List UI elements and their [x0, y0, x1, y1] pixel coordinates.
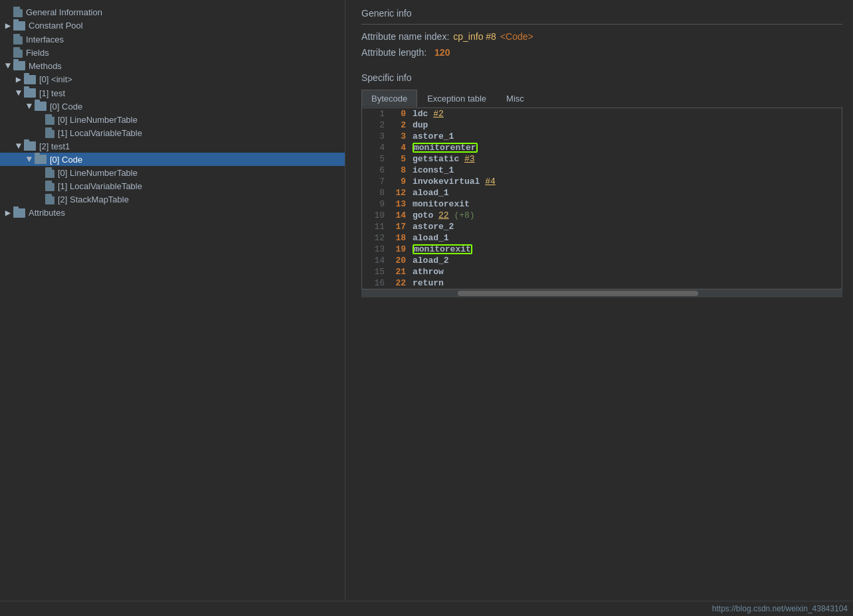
- byte-offset: 4: [391, 143, 406, 153]
- line-number: 2: [366, 120, 385, 130]
- instr-container: astore_2: [413, 222, 454, 232]
- byte-offset: 20: [391, 256, 406, 266]
- instr-container: aload_1: [413, 233, 449, 243]
- tree-item-interfaces[interactable]: Interfaces: [0, 33, 345, 46]
- byte-offset: 5: [391, 154, 406, 164]
- tree-label: Attributes: [29, 208, 65, 218]
- tree-arrow: ▼: [24, 101, 35, 112]
- tree-item-methods-test1-code-localvariable[interactable]: [1] LocalVariableTable: [0, 179, 345, 193]
- code-row: 1014goto 22 (+8): [362, 210, 842, 221]
- instr-container: return: [413, 278, 444, 288]
- tree-item-methods-test-code[interactable]: ▼[0] Code: [0, 100, 345, 113]
- tree-label: [2] test1: [39, 141, 70, 151]
- line-number: 3: [366, 131, 385, 141]
- code-row: 1218aload_1: [362, 232, 842, 244]
- tree-label: [1] LocalVariableTable: [58, 128, 142, 138]
- code-row: 33astore_1: [362, 131, 842, 142]
- attribute-name-label: Attribute name index:: [361, 31, 449, 42]
- line-number: 1: [366, 109, 385, 119]
- code-row: 79invokevirtual #4: [362, 176, 842, 187]
- code-row: 1117astore_2: [362, 221, 842, 232]
- tree-item-methods-test1[interactable]: ▼[2] test1: [0, 139, 345, 153]
- tree-item-methods-test-code-localvariable[interactable]: [1] LocalVariableTable: [0, 126, 345, 139]
- tree-arrow: ▼: [3, 60, 13, 71]
- instruction: return: [413, 278, 444, 288]
- instr-comment: (+8): [454, 210, 474, 220]
- folder-icon: [13, 208, 25, 218]
- attribute-name-link[interactable]: cp_info #8: [453, 31, 496, 42]
- file-icon: [13, 7, 23, 17]
- tree-item-constant-pool[interactable]: ▶Constant Pool: [0, 19, 345, 33]
- tree-label: [0] LineNumberTable: [58, 168, 138, 178]
- code-container[interactable]: 10ldc #2 22dup33astore_144monitorenter55…: [361, 108, 842, 289]
- byte-offset: 3: [391, 131, 406, 141]
- code-row: 1521athrow: [362, 266, 842, 277]
- code-row: 1622return: [362, 277, 842, 289]
- tree-item-methods-test[interactable]: ▼[1] test: [0, 86, 345, 100]
- file-icon: [45, 167, 54, 178]
- line-number: 16: [366, 278, 385, 288]
- specific-section: Specific info BytecodeException tableMis…: [361, 72, 842, 297]
- tab-exception-table[interactable]: Exception table: [417, 90, 496, 108]
- line-number: 9: [366, 199, 385, 209]
- instruction: monitorexit: [413, 199, 470, 209]
- file-icon: [13, 34, 23, 44]
- file-icon: [45, 127, 54, 138]
- tree-item-methods-init[interactable]: ▶[0] <init>: [0, 72, 345, 86]
- tree-item-methods-test1-code-linenumber[interactable]: [0] LineNumberTable: [0, 166, 345, 179]
- instruction: goto: [413, 210, 433, 220]
- tree-arrow: ▶: [3, 20, 13, 31]
- line-number: 10: [366, 210, 385, 220]
- line-number: 15: [366, 267, 385, 277]
- tab-bytecode[interactable]: Bytecode: [361, 90, 417, 108]
- instruction: monitorexit: [414, 244, 471, 254]
- file-icon: [45, 114, 54, 125]
- attribute-length-label: Attribute length:: [361, 47, 427, 58]
- instruction: astore_1: [413, 131, 454, 141]
- tree-label: General Information: [26, 7, 102, 17]
- instr-container: aload_2: [413, 256, 449, 266]
- line-number: 11: [366, 222, 385, 232]
- folder-icon: [35, 102, 47, 111]
- tree-item-fields[interactable]: Fields: [0, 46, 345, 59]
- tree-item-attributes[interactable]: ▶Attributes: [0, 206, 345, 220]
- instr-container: monitorexit: [413, 199, 470, 209]
- code-row: 55getstatic #3: [362, 153, 842, 165]
- tree-item-methods-test1-code[interactable]: ▼[0] Code: [0, 153, 345, 166]
- instr-container: ldc #2: [413, 109, 444, 119]
- tree-item-methods-test-code-linenumber[interactable]: [0] LineNumberTable: [0, 113, 345, 126]
- tab-misc[interactable]: Misc: [496, 90, 534, 108]
- tree-item-methods-test1-code-stackmap[interactable]: [2] StackMapTable: [0, 193, 345, 206]
- generic-info-title: Generic info: [361, 8, 842, 19]
- tree-label: [1] test: [39, 88, 65, 98]
- instr-arg: 22: [438, 210, 449, 220]
- right-panel: Generic info Attribute name index: cp_in…: [345, 0, 853, 601]
- highlight-instr: monitorenter: [413, 143, 478, 153]
- tree-label: Interfaces: [26, 35, 64, 44]
- tree-item-general-info[interactable]: General Information: [0, 5, 345, 19]
- code-row: 22dup: [362, 119, 842, 131]
- instr-arg: #2: [433, 109, 444, 119]
- highlight-instr: monitorexit: [413, 244, 472, 254]
- byte-offset: 18: [391, 233, 406, 243]
- code-row: 812aload_1: [362, 187, 842, 198]
- line-number: 6: [366, 165, 385, 175]
- byte-offset: 22: [391, 278, 406, 288]
- instr-container: getstatic #3: [413, 154, 475, 164]
- tree-item-methods[interactable]: ▼Methods: [0, 59, 345, 72]
- tree-arrow: ▶: [13, 74, 24, 85]
- tree-label: [0] Code: [50, 155, 82, 165]
- instruction: getstatic: [413, 154, 459, 164]
- instr-arg: #4: [485, 177, 496, 187]
- attribute-name-code: <Code>: [500, 31, 533, 42]
- generic-info-divider: [361, 24, 842, 25]
- code-row: 913monitorexit: [362, 198, 842, 210]
- instr-container: astore_1: [413, 131, 454, 141]
- instruction: aload_1: [413, 233, 449, 243]
- instr-container: monitorenter: [413, 143, 478, 153]
- line-number: 13: [366, 244, 385, 254]
- byte-offset: 12: [391, 188, 406, 198]
- instruction: astore_2: [413, 222, 454, 232]
- horizontal-scrollbar[interactable]: [361, 289, 842, 297]
- tree-arrow: ▼: [24, 154, 35, 165]
